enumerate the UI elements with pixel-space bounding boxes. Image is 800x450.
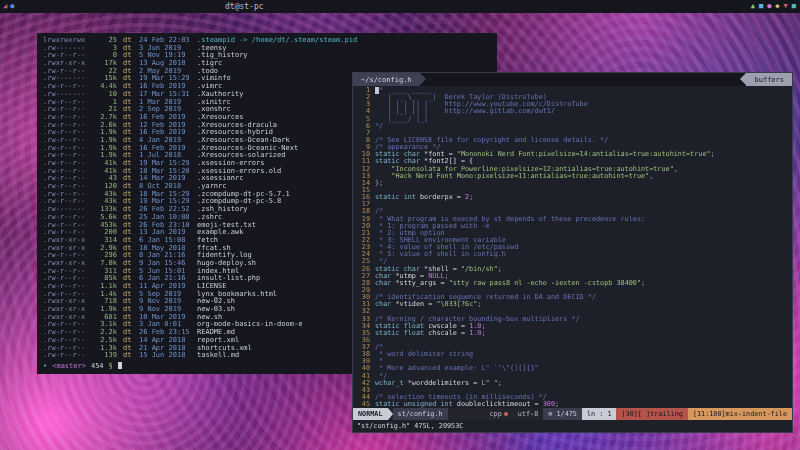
status-icon: ◆ bbox=[775, 0, 779, 13]
lnum: 2 bbox=[353, 94, 375, 101]
vim-statusline: NORMAL st/config.h cpputf-8≡ 1/475ln : 1… bbox=[353, 408, 792, 420]
ltext: wchar_t *worddelimiters = L" "; bbox=[375, 380, 502, 387]
tok-pn: ; bbox=[481, 329, 485, 337]
column-indicator: ln : 1 bbox=[582, 408, 617, 420]
file-row: .rw-------3dt3 Jun 2019.teensy bbox=[43, 45, 491, 53]
ltext: }; bbox=[375, 180, 383, 187]
fname: taskell.md bbox=[197, 352, 239, 360]
encoding-indicator: utf-8 bbox=[513, 408, 543, 420]
sl-dot bbox=[504, 412, 508, 416]
code-lines: 1/* ____ _____2 | _ \_ _| Derek Taylor (… bbox=[353, 87, 792, 408]
tok-com: * More advanced example: L" `'\"()[]{}" bbox=[375, 364, 539, 372]
code-line: 38 * word delimiter string bbox=[353, 351, 792, 358]
tabline-spacer bbox=[426, 73, 741, 86]
code-line: 14}; bbox=[353, 180, 792, 187]
prompt-dot: • bbox=[43, 362, 47, 370]
tok-kw: static float bbox=[375, 329, 424, 337]
tok-pn: ; bbox=[498, 379, 502, 387]
code-line: 5 |____/ |_| bbox=[353, 116, 792, 123]
prompt-symbol: § bbox=[109, 362, 113, 370]
code-line: 35static float chscale = 1.0; bbox=[353, 330, 792, 337]
statusline-right: cpputf-8≡ 1/475ln : 1[30][ ]trailing[11:… bbox=[485, 408, 792, 420]
tok-num: 300 bbox=[543, 400, 555, 408]
status-icon: ▲ bbox=[751, 0, 755, 13]
buffers-label: buffers bbox=[746, 73, 792, 86]
flink: -> /home/dt/.steam/steam.pid bbox=[235, 37, 357, 45]
tok-id: doubleclicktimeout = bbox=[453, 400, 543, 408]
tok-pn: ; bbox=[711, 150, 715, 158]
code-line: 45static unsigned int doubleclicktimeout… bbox=[353, 401, 792, 408]
tok-id: borderpx = bbox=[416, 193, 465, 201]
ltext: * word delimiter string bbox=[375, 351, 473, 358]
ltext: * More advanced example: L" `'\"()[]{}" bbox=[375, 365, 539, 372]
vim-window[interactable]: ~/s/config.h buffers 1/* ____ _____2 | _… bbox=[352, 72, 793, 433]
tok-num: 1.0 bbox=[469, 329, 481, 337]
filetype-indicator: cpp bbox=[485, 408, 513, 420]
topbar-right-icons: ▲■●◆▼■ bbox=[751, 0, 800, 13]
tab-config-h[interactable]: ~/s/config.h bbox=[353, 73, 420, 86]
ltext: */ bbox=[375, 123, 383, 130]
prompt-count: 454 bbox=[91, 362, 104, 370]
tok-pn: }; bbox=[375, 179, 383, 187]
tok-str: "Mononoki Nerd Font:pixelsize=14:antiali… bbox=[457, 150, 711, 158]
tok-id: *stty_args = bbox=[391, 279, 448, 287]
tok-id: chscale = bbox=[424, 329, 469, 337]
status-icon: ● bbox=[10, 0, 14, 13]
code-area[interactable]: 1/* ____ _____2 | _ \_ _| Derek Taylor (… bbox=[353, 86, 792, 408]
desktop: ◢● dt@st-pc ▲■●◆▼■ lrwxrwxrwx25dt24 Feb … bbox=[0, 0, 800, 450]
status-icon: ■ bbox=[792, 0, 796, 13]
tok-pn: ; bbox=[477, 300, 481, 308]
status-icon: ▼ bbox=[784, 0, 788, 13]
tok-pn: ; bbox=[498, 265, 502, 273]
tok-str: "\033[?6c" bbox=[436, 300, 477, 308]
vim-tabline: ~/s/config.h buffers bbox=[353, 73, 792, 86]
ltext: static int borderpx = 2; bbox=[375, 194, 473, 201]
tok-str: L" " bbox=[481, 379, 497, 387]
tok-str: "stty raw pass8 nl -echo -iexten -cstopb… bbox=[449, 279, 641, 287]
git-branch-label: <master> bbox=[52, 362, 86, 370]
tok-id: *vtiden = bbox=[391, 300, 436, 308]
tok-pn: ; bbox=[641, 279, 645, 287]
lnum: 1 bbox=[353, 87, 375, 94]
focused-window-title: dt@st-pc bbox=[225, 2, 264, 11]
status-icon: ◢ bbox=[3, 0, 7, 13]
code-line: 36 bbox=[353, 337, 792, 344]
tok-com: * word delimiter string bbox=[375, 350, 473, 358]
statusline-filename: st/config.h bbox=[393, 408, 448, 420]
status-icon: ● bbox=[767, 0, 771, 13]
code-line: 16static int borderpx = 2; bbox=[353, 194, 792, 201]
lnum: 3 bbox=[353, 101, 375, 108]
tok-pn: , bbox=[674, 165, 678, 173]
ltext: static float chscale = 1.0; bbox=[375, 330, 486, 337]
tok-kw: wchar_t bbox=[375, 379, 404, 387]
size: 139 bbox=[91, 352, 117, 360]
ltext: char *stty_args = "stty raw pass8 nl -ec… bbox=[375, 280, 645, 287]
ltext: static unsigned int doubleclicktimeout =… bbox=[375, 401, 559, 408]
code-line: 17 bbox=[353, 201, 792, 208]
tok-kw: static int bbox=[375, 193, 416, 201]
code-line: 42wchar_t *worddelimiters = L" "; bbox=[353, 380, 792, 387]
mode-indicator: NORMAL bbox=[353, 408, 388, 420]
tok-pn: , bbox=[649, 172, 653, 180]
statusline-spacer bbox=[448, 408, 485, 420]
lnum: 4 bbox=[353, 108, 375, 115]
tok-kw: char bbox=[375, 300, 391, 308]
terminal-cursor bbox=[118, 362, 122, 369]
lnum: 7 bbox=[353, 130, 375, 137]
tok-com: * 5: value of shell in config.h bbox=[375, 250, 506, 258]
status-icon: ■ bbox=[759, 0, 763, 13]
lnum: 5 bbox=[353, 116, 375, 123]
position-indicator: ≡ 1/475 bbox=[543, 408, 582, 420]
code-line: 40 * More advanced example: L" `'\"()[]{… bbox=[353, 365, 792, 372]
tok-str: "/bin/sh" bbox=[461, 265, 498, 273]
trailing-whitespace-warning: [30][ ]trailing bbox=[616, 408, 687, 420]
top-status-bar: ◢● dt@st-pc ▲■●◆▼■ bbox=[0, 0, 800, 13]
lnum: 8 bbox=[353, 137, 375, 144]
code-line: 13 "Hack Nerd Font Mono:pixelsize=11:ant… bbox=[353, 173, 792, 180]
tok-kw: char bbox=[375, 279, 391, 287]
fdate: 15 Jun 2018 bbox=[139, 352, 197, 360]
tok-id: *worddelimiters = bbox=[404, 379, 482, 387]
vim-command-line: "st/config.h" 475L, 20953C bbox=[353, 420, 792, 432]
mixed-indent-warning: [11:100]mix-indent-file bbox=[688, 408, 792, 420]
perm: .rw-r--r-- bbox=[43, 352, 91, 360]
